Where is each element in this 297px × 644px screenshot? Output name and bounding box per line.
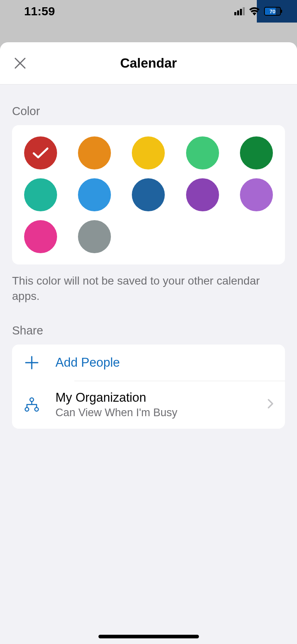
status-time: 11:59: [24, 4, 55, 18]
color-swatch-orange[interactable]: [78, 136, 111, 169]
status-bar: 11:59 70: [0, 0, 297, 23]
color-swatch-red[interactable]: [24, 136, 57, 169]
home-indicator[interactable]: [98, 635, 199, 638]
color-swatch-dark-blue[interactable]: [132, 178, 165, 211]
color-swatch-pink[interactable]: [24, 220, 57, 253]
color-grid: [23, 136, 274, 253]
add-people-row[interactable]: Add People: [12, 345, 285, 381]
color-swatch-dark-green[interactable]: [240, 136, 273, 169]
close-button[interactable]: [12, 55, 28, 71]
organization-icon: [23, 396, 40, 413]
color-swatch-gray[interactable]: [78, 220, 111, 253]
color-help-text: This color will not be saved to your oth…: [0, 264, 297, 304]
color-swatch-blue[interactable]: [78, 178, 111, 211]
modal-content: Color This color will not be saved to yo…: [0, 85, 297, 429]
my-organization-row[interactable]: My Organization Can View When I'm Busy: [12, 381, 285, 429]
chevron-right-icon: [267, 398, 274, 411]
color-swatch-purple[interactable]: [186, 178, 219, 211]
status-icons: 70: [234, 7, 281, 16]
color-picker-card: [12, 125, 285, 264]
share-card: Add People My Organization Can View When…: [12, 345, 285, 429]
battery-icon: 70: [264, 7, 281, 16]
calendar-settings-modal: Calendar Color This color will not be sa…: [0, 42, 297, 644]
color-swatch-green[interactable]: [186, 136, 219, 169]
organization-subtitle: Can View When I'm Busy: [55, 407, 267, 419]
modal-header: Calendar: [0, 42, 297, 85]
battery-percent: 70: [270, 8, 275, 14]
svg-point-2: [35, 408, 39, 411]
color-swatch-light-purple[interactable]: [240, 178, 273, 211]
divider: [74, 381, 285, 381]
svg-point-0: [30, 398, 34, 402]
color-swatch-teal[interactable]: [24, 178, 57, 211]
plus-icon: [23, 354, 40, 371]
color-swatch-yellow[interactable]: [132, 136, 165, 169]
checkmark-icon: [32, 147, 49, 159]
close-icon: [14, 57, 27, 70]
svg-point-1: [25, 408, 29, 411]
share-section-label: Share: [0, 304, 297, 345]
cellular-signal-icon: [234, 7, 245, 15]
color-section-label: Color: [0, 85, 297, 125]
add-people-label: Add People: [55, 355, 274, 370]
wifi-icon: [249, 7, 260, 16]
modal-title: Calendar: [120, 56, 177, 71]
organization-title: My Organization: [55, 390, 267, 405]
